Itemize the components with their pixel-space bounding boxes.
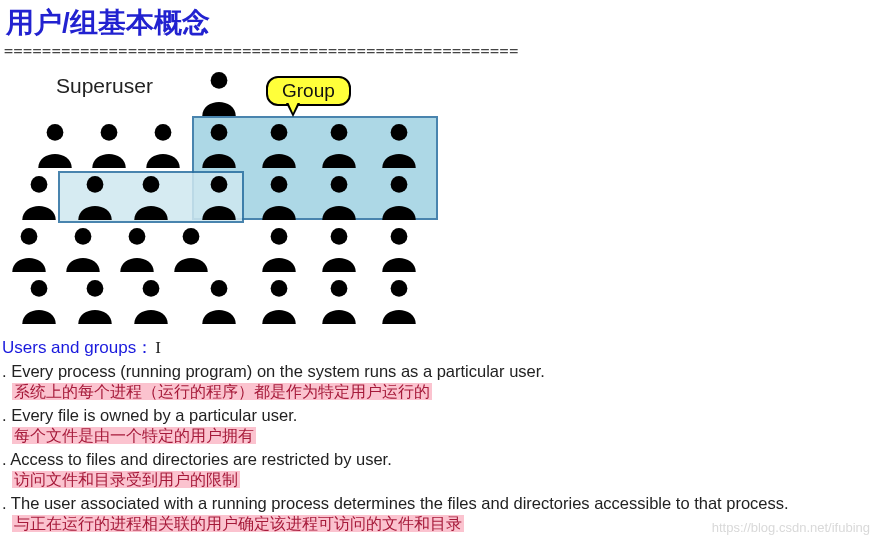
svg-point-23 xyxy=(87,280,104,297)
person-icon xyxy=(62,226,104,272)
point-en: . Every file is owned by a particular us… xyxy=(2,406,878,425)
users-diagram: Superuser Group xyxy=(2,68,462,328)
svg-point-4 xyxy=(211,124,228,141)
svg-point-5 xyxy=(271,124,288,141)
person-icon xyxy=(170,226,212,272)
point-en: . The user associated with a running pro… xyxy=(2,494,878,513)
point-cn-text: 系统上的每个进程（运行的程序）都是作为特定用户运行的 xyxy=(12,383,432,400)
svg-point-20 xyxy=(331,228,348,245)
person-icon xyxy=(378,174,420,220)
person-icon xyxy=(258,226,300,272)
svg-point-12 xyxy=(271,176,288,193)
svg-point-10 xyxy=(143,176,160,193)
svg-point-19 xyxy=(271,228,288,245)
person-icon xyxy=(18,174,60,220)
section-heading-text: Users and groups： xyxy=(2,338,153,357)
point-cn: 系统上的每个进程（运行的程序）都是作为特定用户运行的 xyxy=(12,382,878,403)
svg-point-16 xyxy=(75,228,92,245)
person-icon xyxy=(34,122,76,168)
point-cn-text: 每个文件是由一个特定的用户拥有 xyxy=(12,427,256,444)
point-cn: 访问文件和目录受到用户的限制 xyxy=(12,470,878,491)
svg-point-8 xyxy=(31,176,48,193)
person-icon xyxy=(318,174,360,220)
svg-point-1 xyxy=(47,124,64,141)
person-icon xyxy=(258,278,300,324)
point-cn-text: 与正在运行的进程相关联的用户确定该进程可访问的文件和目录 xyxy=(12,515,464,532)
watermark: https://blog.csdn.net/ifubing xyxy=(712,520,870,535)
person-icon xyxy=(18,278,60,324)
svg-point-6 xyxy=(331,124,348,141)
person-icon xyxy=(198,122,240,168)
point-en: . Access to files and directories are re… xyxy=(2,450,878,469)
person-icon xyxy=(258,122,300,168)
svg-point-13 xyxy=(331,176,348,193)
svg-point-14 xyxy=(391,176,408,193)
svg-point-3 xyxy=(155,124,172,141)
person-icon xyxy=(198,278,240,324)
svg-point-17 xyxy=(129,228,146,245)
person-icon xyxy=(378,278,420,324)
svg-point-2 xyxy=(101,124,118,141)
text-cursor: I xyxy=(155,338,161,358)
person-icon xyxy=(130,174,172,220)
svg-point-24 xyxy=(143,280,160,297)
svg-point-28 xyxy=(391,280,408,297)
person-icon xyxy=(378,226,420,272)
person-icon xyxy=(74,278,116,324)
section-heading: Users and groups：I xyxy=(2,336,878,359)
person-icon xyxy=(74,174,116,220)
person-icon xyxy=(8,226,50,272)
svg-point-18 xyxy=(183,228,200,245)
page-title: 用户/组基本概念 xyxy=(0,0,878,42)
svg-point-9 xyxy=(87,176,104,193)
person-icon xyxy=(130,278,172,324)
superuser-label: Superuser xyxy=(56,74,153,98)
svg-point-11 xyxy=(211,176,228,193)
svg-point-15 xyxy=(21,228,38,245)
svg-point-7 xyxy=(391,124,408,141)
point-en: . Every process (running program) on the… xyxy=(2,362,878,381)
point-cn: 每个文件是由一个特定的用户拥有 xyxy=(12,426,878,447)
person-icon xyxy=(318,278,360,324)
person-icon xyxy=(318,122,360,168)
svg-point-21 xyxy=(391,228,408,245)
person-icon xyxy=(198,70,240,116)
person-icon xyxy=(378,122,420,168)
person-icon xyxy=(88,122,130,168)
svg-point-22 xyxy=(31,280,48,297)
svg-point-26 xyxy=(271,280,288,297)
divider-line: ========================================… xyxy=(0,42,878,60)
person-icon xyxy=(142,122,184,168)
group-label-bubble: Group xyxy=(266,76,351,106)
person-icon xyxy=(198,174,240,220)
svg-point-27 xyxy=(331,280,348,297)
group-label-tail xyxy=(286,103,300,117)
person-icon xyxy=(258,174,300,220)
svg-point-0 xyxy=(211,72,228,89)
svg-point-25 xyxy=(211,280,228,297)
person-icon xyxy=(318,226,360,272)
point-cn-text: 访问文件和目录受到用户的限制 xyxy=(12,471,240,488)
person-icon xyxy=(116,226,158,272)
